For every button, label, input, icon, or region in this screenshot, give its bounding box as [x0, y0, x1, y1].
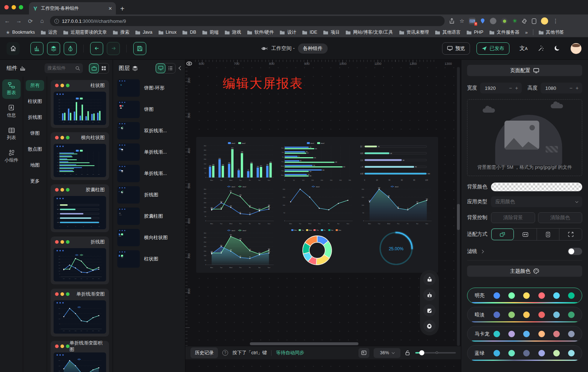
- layers-list-toggle[interactable]: [165, 63, 175, 73]
- chart-gradient-line[interactable]: 050100150200MonTueWedThuFriSatSun1202001…: [358, 184, 434, 225]
- grid-view-toggle[interactable]: [99, 63, 109, 73]
- tab-close-icon[interactable]: ✕: [108, 6, 112, 11]
- layer-item[interactable]: 050100150200250300350MonTueWedThuFriSatS…: [116, 250, 182, 268]
- layer-item[interactable]: 050100150200250300350MonTueWedThuFriSatS…: [116, 185, 182, 204]
- bookmark-folder[interactable]: DB: [180, 29, 198, 35]
- bookmark-folder[interactable]: PHP: [464, 29, 486, 35]
- browser-tab[interactable]: 工作空间-各种组件 ✕: [29, 2, 116, 14]
- dashboard-preview[interactable]: 050100150200250300350MonTueWedThuFriSatS…: [196, 137, 438, 273]
- layer-item[interactable]: 饼图-环形: [116, 79, 182, 97]
- close-window-button[interactable]: [4, 5, 9, 9]
- theme-row-暗淡[interactable]: 暗淡: [467, 307, 582, 323]
- new-tab-button[interactable]: +: [120, 5, 125, 12]
- component-card[interactable]: 单折线渐变面积图 050100150200MonTueWedThuFriSatS…: [51, 341, 109, 372]
- canvas-heading-text[interactable]: 编辑大屏报表: [223, 75, 303, 92]
- bookmark-folder[interactable]: 文件服务器: [487, 29, 522, 36]
- chart-progress-ring[interactable]: 25.00%: [358, 228, 434, 269]
- chart-gradient-area[interactable]: 050100150200250300350MonTueWedThuFriSatS…: [200, 228, 277, 269]
- bookmarks-overflow-chevron[interactable]: »: [523, 30, 530, 35]
- lock-icon[interactable]: [405, 350, 410, 356]
- layers-thumbnail-toggle[interactable]: [156, 63, 165, 73]
- category-item[interactable]: 柱状图: [26, 96, 44, 107]
- background-upload-dropzone[interactable]: 背景图需小于 5M ，格式为 png/jpg/gif 的文件: [467, 99, 582, 176]
- component-card[interactable]: 单折线渐变图 050100150200MonTueWedThuFriSatSun: [51, 289, 109, 337]
- bookmark-folder[interactable]: 游戏: [222, 29, 243, 36]
- filter-toggle[interactable]: [568, 248, 582, 255]
- nav-item-list[interactable]: 列表: [2, 124, 21, 144]
- theme-row-蓝绿[interactable]: 蓝绿: [467, 345, 582, 361]
- project-name-pill[interactable]: 各种组件: [298, 43, 328, 54]
- layer-item[interactable]: 厦门南阳北京上海新疆020406080100 胶囊柱图: [116, 207, 182, 226]
- canvas[interactable]: 6007008009001000110012001300 20030040050…: [185, 60, 461, 372]
- bookmark-folder[interactable]: 运营: [38, 29, 59, 36]
- vertical-scrollbar[interactable]: [457, 67, 460, 346]
- bookmark-folder[interactable]: Java: [133, 29, 154, 35]
- user-avatar[interactable]: [571, 43, 581, 54]
- chart-horizontal-bar[interactable]: 050100150200250300350Sun130160Sat110117F…: [279, 141, 356, 182]
- bookmark-star-icon[interactable]: ☆: [459, 18, 464, 24]
- minimize-window-button[interactable]: [12, 5, 16, 9]
- bg-color-swatch[interactable]: [491, 183, 582, 191]
- reading-list-icon[interactable]: [532, 18, 536, 24]
- search-input[interactable]: [47, 66, 74, 71]
- component-search[interactable]: [45, 63, 83, 73]
- category-item[interactable]: 饼图: [26, 128, 44, 139]
- home-icon[interactable]: ⌂: [38, 18, 46, 24]
- chart-capsule[interactable]: 厦门20南阳40北京60上海80新疆100020406080100: [358, 141, 434, 182]
- chart-double-line[interactable]: 050100150200250300350MonTueWedThuFriSatS…: [200, 184, 277, 225]
- fit-height-button[interactable]: [537, 229, 560, 240]
- bookmark-folder[interactable]: 其他语言: [433, 29, 463, 36]
- clear-color-button[interactable]: 清除颜色: [538, 212, 582, 223]
- fit-stretch-button[interactable]: [559, 229, 582, 240]
- extension-keyboard-icon[interactable]: ⌨9: [469, 18, 475, 24]
- app-home-icon[interactable]: [7, 42, 20, 55]
- fit-width-button[interactable]: [514, 229, 537, 240]
- layer-item[interactable]: 050100150200MonTueWedThuFriSatSun 单折线渐..…: [116, 143, 182, 162]
- chart-bar[interactable]: 050100150200250300350MonTueWedThuFriSatS…: [200, 141, 277, 182]
- layer-item[interactable]: 050100150200250300350MonTueWedThuFriSatS…: [116, 121, 182, 140]
- bookmark-folder[interactable]: 前端: [200, 29, 221, 36]
- component-card[interactable]: 胶囊柱图 厦门南阳北京上海新疆020406080100: [51, 184, 109, 232]
- bookmark-folder[interactable]: 设计: [277, 29, 298, 36]
- language-icon[interactable]: 文A: [520, 45, 528, 52]
- height-stepper[interactable]: 1080 −+: [541, 83, 582, 93]
- component-card[interactable]: 横向柱状图 050100150200250300350SunSatFriThuW…: [51, 132, 109, 180]
- other-bookmarks-folder[interactable]: 其他书签: [536, 29, 566, 36]
- profile-avatar-icon[interactable]: [541, 17, 548, 25]
- forward-icon[interactable]: →: [15, 18, 22, 24]
- chart-pie-donut[interactable]: MonTueWedThuFriSatSun: [279, 228, 356, 269]
- publish-button[interactable]: 已发布: [476, 42, 509, 55]
- chart-single-line[interactable]: 050100150200MonTueWedThuFriSatSundata1: [279, 184, 356, 225]
- category-item[interactable]: 更多: [26, 176, 44, 187]
- menu-kebab-icon[interactable]: ⋮: [553, 18, 558, 24]
- slider-knob[interactable]: [419, 350, 424, 355]
- bookmark-folder[interactable]: IDE: [300, 29, 319, 35]
- category-item[interactable]: 所有: [26, 80, 44, 91]
- zoom-select[interactable]: 36%: [374, 348, 400, 358]
- site-info-icon[interactable]: i: [54, 19, 59, 24]
- details-panel-toggle-button[interactable]: [64, 42, 77, 55]
- horizontal-scrollbar[interactable]: [250, 342, 358, 345]
- zoom-slider[interactable]: [415, 350, 456, 355]
- reload-icon[interactable]: ⟳: [27, 18, 34, 25]
- macos-traffic-lights[interactable]: [0, 0, 28, 14]
- collapse-panel-icon[interactable]: [178, 66, 182, 70]
- address-bar[interactable]: i 127.0.0.1:3000/#/chart/home/9: [50, 16, 445, 26]
- layers-panel-toggle-button[interactable]: [47, 42, 60, 55]
- extensions-puzzle-icon[interactable]: [522, 18, 527, 24]
- dark-mode-moon-icon[interactable]: [554, 45, 560, 51]
- theme-row-马卡龙[interactable]: 马卡龙: [467, 326, 582, 342]
- clear-background-button[interactable]: 清除背景: [491, 212, 535, 223]
- undo-button[interactable]: [90, 42, 103, 55]
- share-icon[interactable]: [449, 18, 455, 24]
- history-button[interactable]: 历史记录: [190, 347, 218, 358]
- theme-row-明亮[interactable]: 明亮: [467, 288, 582, 304]
- single-view-toggle[interactable]: [89, 63, 99, 73]
- settings-gear-icon[interactable]: [423, 320, 436, 332]
- extension-green-dot-icon[interactable]: [501, 18, 508, 24]
- edit-button[interactable]: [423, 304, 436, 317]
- increment-icon[interactable]: +: [515, 85, 518, 91]
- width-stepper[interactable]: 1920 −+: [480, 83, 522, 93]
- decrement-icon[interactable]: −: [570, 85, 572, 91]
- nav-item-charts[interactable]: 图表: [2, 79, 21, 99]
